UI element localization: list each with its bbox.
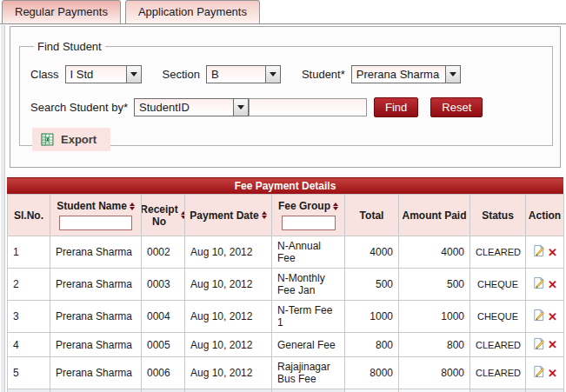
column-label: Status [482,209,514,222]
delete-icon[interactable]: ✕ [548,367,557,380]
cell-receipt-no: 0004 [142,301,185,333]
column-header-fee-group[interactable]: Fee Group [272,195,345,236]
column-label: Student Name [57,200,127,212]
student-select-value: Prerana Sharma [352,66,445,83]
column-header-status: Status [470,195,526,236]
tab-application-payments[interactable]: Application Payments [125,0,260,23]
section-select-value: B [207,66,265,83]
edit-icon[interactable] [532,337,545,353]
table-title: Fee Payment Details [7,177,563,194]
tab-bar: Regular Payments Application Payments [0,0,566,24]
cell-student-name: Prerana Sharma [50,269,142,301]
edit-icon[interactable] [532,276,545,292]
class-select-value: I Std [66,66,126,83]
delete-icon[interactable]: ✕ [548,310,557,323]
column-header-receipt-no[interactable]: Receipt No [142,195,185,236]
column-label: Total [360,209,384,222]
footer-empty-cell [470,389,526,392]
cell-status: CHEQUE [470,269,526,301]
search-student-input[interactable] [249,98,367,116]
class-select[interactable]: I Std [65,65,142,83]
edit-icon[interactable] [532,365,545,381]
cell-total: 1000 [345,301,399,333]
cell-total: 800 [345,333,399,357]
column-label: Action [529,209,561,222]
excel-icon [41,133,54,146]
student-label: Student* [302,68,345,81]
cell-receipt-no: 0002 [142,236,185,269]
cell-action: ✕ [526,269,564,301]
student-select[interactable]: Prerana Sharma [351,65,461,83]
column-header-payment-date[interactable]: Payment Date [185,195,272,236]
cell-total: 8000 [345,357,399,389]
cell-receipt-no: 0003 [142,269,185,301]
chevron-down-icon [233,99,248,116]
column-label: Sl.No. [14,209,43,222]
column-header-student-name[interactable]: Student Name [50,195,142,236]
footer-empty-cell [8,389,50,392]
cell-status: CLEARED [470,357,526,389]
cell-fee-group: N-Annual Fee [272,236,345,269]
cell-receipt-no: 0005 [142,333,185,357]
search-student-by-label: Search Student by* [30,101,128,114]
cell-action: ✕ [526,357,564,389]
edit-icon[interactable] [532,309,545,324]
cell-amount-paid: 1000 [399,301,470,333]
cell-payment-date: Aug 10, 2012 [185,269,272,301]
cell-sl-no: 4 [8,333,50,357]
filter-input-fee-group[interactable] [282,216,336,230]
table-row: 2Prerana Sharma0003Aug 10, 2012N-Monthly… [8,269,564,301]
class-label: Class [30,68,59,81]
column-label: Payment Date [190,209,258,222]
table-row: 5Prerana Sharma0006Aug 10, 2012Rajajinag… [8,357,564,389]
find-student-panel: Find Student Class I Std Section B Stude… [10,26,561,168]
cell-student-name: Prerana Sharma [50,333,142,357]
cell-total: 4000 [345,236,399,269]
chevron-down-icon [126,66,141,83]
cell-fee-group: Rajajinagar Bus Fee [272,357,345,389]
search-by-select-value: StudentID [135,99,233,116]
cell-student-name: Prerana Sharma [50,236,142,269]
footer-empty-cell [50,389,142,392]
cell-action: ✕ [526,333,564,357]
table-footer-row: Total: 1,4300.00 1,4300.00 [8,389,564,392]
column-header-action: Action [526,195,564,236]
table-header-row: Sl.No.Student NameReceipt NoPayment Date… [8,195,564,236]
cell-status: CLEARED [470,333,526,357]
delete-icon[interactable]: ✕ [548,278,557,291]
footer-empty-cell [142,389,185,392]
tab-regular-payments[interactable]: Regular Payments [2,0,121,23]
find-student-fieldset: Find Student Class I Std Section B Stude… [19,40,553,146]
cell-sl-no: 1 [8,236,50,269]
find-button[interactable]: Find [374,97,418,117]
cell-student-name: Prerana Sharma [50,357,142,389]
column-label: Amount Paid [403,209,467,222]
cell-fee-group: N-Monthly Fee Jan [272,269,345,301]
cell-amount-paid: 4000 [399,236,470,269]
sort-icon[interactable] [130,203,135,210]
left-gutter [1,25,5,392]
search-by-select[interactable]: StudentID [134,98,249,116]
sort-icon[interactable] [181,211,185,219]
find-student-legend: Find Student [34,40,105,53]
export-button[interactable]: Export [32,128,110,151]
cell-receipt-no: 0006 [142,357,185,389]
filter-input-student-name[interactable] [59,216,132,230]
cell-sl-no: 2 [8,269,50,301]
reset-button[interactable]: Reset [430,97,483,117]
export-label: Export [61,133,97,146]
delete-icon[interactable]: ✕ [548,246,557,259]
column-label: Fee Group [278,200,330,212]
cell-action: ✕ [526,236,564,269]
edit-icon[interactable] [532,244,545,260]
section-select[interactable]: B [206,65,281,83]
table-row: 3Prerana Sharma0004Aug 10, 2012N-Term Fe… [8,301,564,333]
column-header-amount-paid: Amount Paid [399,195,470,236]
sort-icon[interactable] [262,211,267,219]
cell-fee-group: N-Term Fee 1 [272,301,345,333]
cell-payment-date: Aug 10, 2012 [185,357,272,389]
footer-total-label: Total: [272,389,345,392]
delete-icon[interactable]: ✕ [548,338,557,351]
sort-icon[interactable] [333,203,338,210]
fee-payment-section: Fee Payment Details Sl.No.Student NameRe… [7,177,563,392]
